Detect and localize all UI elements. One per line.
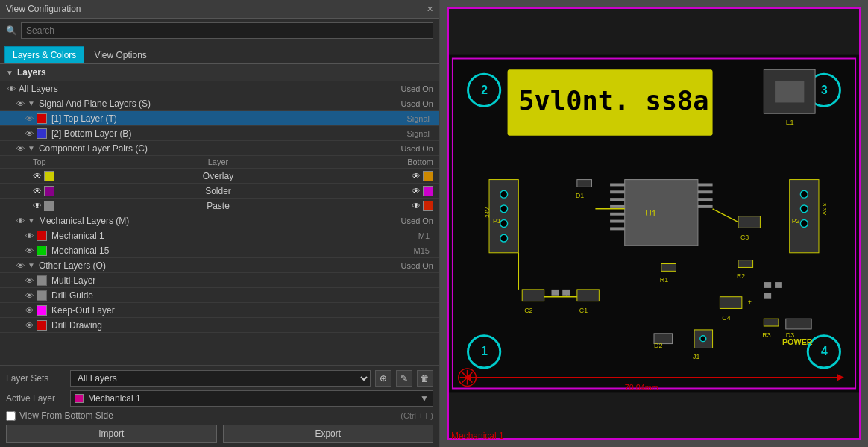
mech-layers-used-on: Used On xyxy=(401,216,433,225)
import-button[interactable]: Import xyxy=(6,425,217,443)
overlay-top-eye[interactable]: 👁 xyxy=(33,171,42,181)
svg-text:POWER: POWER xyxy=(782,337,813,346)
mech-layers-triangle[interactable]: ▼ xyxy=(28,216,35,225)
search-input[interactable] xyxy=(21,22,433,39)
active-layer-swatch xyxy=(75,394,84,403)
other-layers-used-on: Used On xyxy=(401,261,433,270)
layer-sets-select[interactable]: All Layers xyxy=(70,370,371,387)
tab-bar: Layers & Colors View Options xyxy=(0,43,439,64)
other-layers-eye[interactable]: 👁 xyxy=(15,260,25,271)
pcb-canvas: 5vl0nt. ss8a 2 3 1 4 L1 U1 xyxy=(447,7,861,440)
drill-guide-eye[interactable]: 👁 xyxy=(24,290,34,301)
solder-bottom-eye[interactable]: 👁 xyxy=(412,186,421,196)
overlay-pair-row[interactable]: 👁 Overlay 👁 xyxy=(0,169,439,184)
shortcut-hint: (Ctrl + F) xyxy=(400,411,433,420)
other-layers-triangle[interactable]: ▼ xyxy=(28,261,35,269)
svg-text:4: 4 xyxy=(821,345,828,357)
svg-text:24V: 24V xyxy=(484,207,491,218)
solder-top-eye[interactable]: 👁 xyxy=(33,186,42,196)
paste-bottom-color xyxy=(423,201,433,211)
svg-text:U1: U1 xyxy=(645,208,656,218)
pairs-table-header: Top Layer Bottom xyxy=(0,156,439,169)
keep-out-eye[interactable]: 👁 xyxy=(24,305,34,316)
tab-view-options[interactable]: View Options xyxy=(86,46,154,63)
layers-collapse-icon[interactable]: ▼ xyxy=(6,69,13,77)
svg-rect-22 xyxy=(610,220,625,223)
drill-drawing-row[interactable]: 👁 Drill Drawing xyxy=(0,318,439,333)
mech15-eye[interactable]: 👁 xyxy=(24,246,34,256)
other-layers-row[interactable]: 👁 ▼ Other Layers (O) Used On xyxy=(0,258,439,273)
layer-sets-add-btn[interactable]: ⊕ xyxy=(375,370,391,387)
pcb-svg: 5vl0nt. ss8a 2 3 1 4 L1 U1 xyxy=(449,9,859,438)
active-layer-label: Active Layer xyxy=(6,393,66,404)
search-icon: 🔍 xyxy=(6,25,17,36)
solder-pair-row[interactable]: 👁 Solder 👁 xyxy=(0,184,439,199)
mech15-row[interactable]: 👁 Mechanical 15 M15 xyxy=(0,243,439,258)
multi-layer-row[interactable]: 👁 Multi-Layer xyxy=(0,273,439,288)
layers-section-header: ▼ Layers xyxy=(0,64,439,81)
mech15-color xyxy=(37,246,47,256)
layer-sets-delete-btn[interactable]: 🗑 xyxy=(417,370,433,387)
mech15-type: M15 xyxy=(414,246,433,255)
svg-rect-81 xyxy=(775,282,782,288)
mechanical-layer-label: Mechanical 1 xyxy=(451,431,504,441)
svg-rect-24 xyxy=(698,183,713,186)
solder-bottom-color xyxy=(423,186,433,196)
drill-drawing-eye[interactable]: 👁 xyxy=(24,320,34,331)
top-layer-row[interactable]: 👁 [1] Top Layer (T) Signal xyxy=(0,111,439,126)
other-layers-name: Other Layers (O) xyxy=(39,260,401,271)
all-layers-row[interactable]: 👁 All Layers Used On xyxy=(0,81,439,96)
all-layers-eye[interactable]: 👁 xyxy=(6,84,16,94)
svg-point-38 xyxy=(800,190,808,198)
mech-layers-row[interactable]: 👁 ▼ Mechanical Layers (M) Used On xyxy=(0,213,439,228)
svg-rect-61 xyxy=(786,319,811,329)
keep-out-row[interactable]: 👁 Keep-Out Layer xyxy=(0,303,439,318)
component-pairs-row[interactable]: 👁 ▼ Component Layer Pairs (C) Used On xyxy=(0,141,439,156)
svg-rect-82 xyxy=(764,293,771,299)
bottom-layer-eye[interactable]: 👁 xyxy=(24,128,34,139)
overlay-bottom-color xyxy=(423,171,433,181)
svg-rect-26 xyxy=(698,198,713,201)
paste-bottom-eye[interactable]: 👁 xyxy=(412,201,421,211)
mech1-row[interactable]: 👁 Mechanical 1 M1 xyxy=(0,228,439,243)
multi-layer-eye[interactable]: 👁 xyxy=(24,275,34,286)
comp-pairs-eye[interactable]: 👁 xyxy=(15,143,25,154)
svg-point-39 xyxy=(800,205,808,213)
view-bottom-label[interactable]: View From Bottom Side xyxy=(6,410,113,421)
mech1-name: Mechanical 1 xyxy=(51,231,418,241)
svg-rect-15 xyxy=(625,180,698,246)
svg-rect-48 xyxy=(720,297,741,309)
signal-plane-row[interactable]: 👁 ▼ Signal And Plane Layers (S) Used On xyxy=(0,96,439,111)
active-layer-select[interactable]: Mechanical 1 ▼ xyxy=(70,390,433,407)
mech-layers-eye[interactable]: 👁 xyxy=(15,216,25,226)
signal-plane-triangle[interactable]: ▼ xyxy=(28,99,35,107)
paste-top-eye[interactable]: 👁 xyxy=(33,201,42,211)
comp-pairs-triangle[interactable]: ▼ xyxy=(28,144,35,152)
minimize-button[interactable]: — xyxy=(414,4,422,14)
svg-point-64 xyxy=(700,336,706,342)
svg-text:C4: C4 xyxy=(722,314,730,322)
svg-text:P2: P2 xyxy=(792,218,800,225)
svg-text:R3: R3 xyxy=(762,331,770,339)
drill-guide-row[interactable]: 👁 Drill Guide xyxy=(0,288,439,303)
pairs-col-top: Top xyxy=(33,157,92,166)
svg-text:3.3V: 3.3V xyxy=(821,203,828,216)
signal-plane-eye[interactable]: 👁 xyxy=(15,99,25,109)
active-layer-dropdown-icon: ▼ xyxy=(420,393,429,404)
svg-text:3: 3 xyxy=(821,84,828,96)
layer-sets-edit-btn[interactable]: ✎ xyxy=(396,370,412,387)
view-bottom-checkbox[interactable] xyxy=(6,411,16,421)
svg-text:L1: L1 xyxy=(786,118,794,126)
keep-out-name: Keep-Out Layer xyxy=(51,305,433,316)
bottom-controls: Layer Sets All Layers ⊕ ✎ 🗑 Active Layer… xyxy=(0,365,439,447)
close-button[interactable]: ✕ xyxy=(427,4,433,14)
export-button[interactable]: Export xyxy=(223,425,434,443)
paste-pair-row[interactable]: 👁 Paste 👁 xyxy=(0,199,439,213)
bottom-layer-row[interactable]: 👁 [2] Bottom Layer (B) Signal xyxy=(0,126,439,141)
paste-layer-name: Paste xyxy=(92,201,344,211)
pairs-col-layer: Layer xyxy=(92,157,344,166)
top-layer-eye[interactable]: 👁 xyxy=(24,113,34,124)
overlay-bottom-eye[interactable]: 👁 xyxy=(412,171,421,181)
mech1-eye[interactable]: 👁 xyxy=(24,231,34,241)
tab-layers-colors[interactable]: Layers & Colors xyxy=(4,46,84,63)
